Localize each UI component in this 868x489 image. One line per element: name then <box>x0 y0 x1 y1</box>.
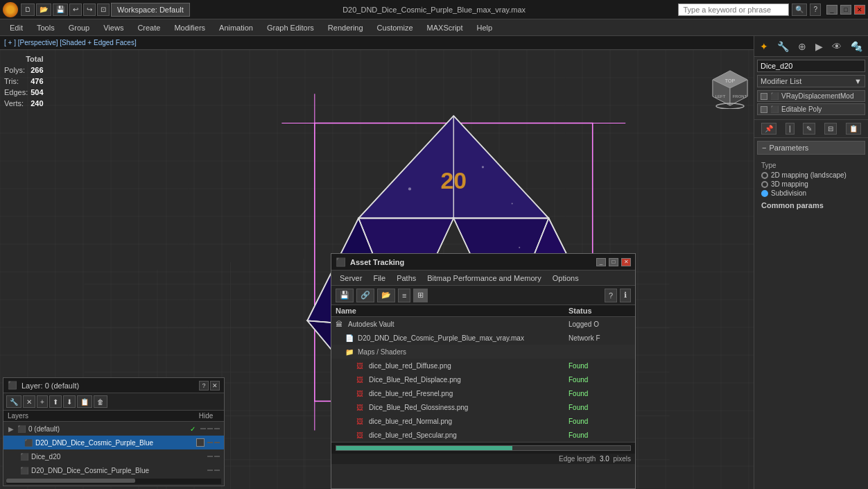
modifier-checkbox[interactable] <box>761 106 767 113</box>
menu-item-graph-editors[interactable]: Graph Editors <box>260 22 321 33</box>
object-name-input[interactable] <box>757 60 865 72</box>
nav-cube[interactable]: TOP LEFT FRONT <box>709 67 751 109</box>
new-button[interactable]: 🗋 <box>21 3 35 16</box>
radio-subdivision[interactable]: Subdivision <box>761 189 861 197</box>
list-item[interactable]: 🖼 dice_blue_red_Fresnel.png Found <box>331 386 635 400</box>
list-item[interactable]: 🏛 Autodesk Vault Logged O <box>331 317 635 331</box>
save-button[interactable]: 💾 <box>53 3 68 16</box>
layer-trash-button[interactable]: 🗑 <box>94 395 107 408</box>
pin-button[interactable]: 📌 <box>761 123 776 135</box>
progress-bar-outer <box>336 445 631 451</box>
menu-item-modifiers[interactable]: Modifiers <box>167 22 212 33</box>
viewport-3d[interactable]: TOP LEFT FRONT <box>0 50 754 489</box>
list-item[interactable]: ▶ ⬛ 0 (default) ✓ <box>3 422 224 436</box>
layer-close-button[interactable]: ✕ <box>210 381 220 391</box>
layer-down-button[interactable]: ⬇ <box>63 395 76 408</box>
search-input[interactable] <box>678 3 789 16</box>
window-controls: _ □ ✕ <box>826 5 865 15</box>
asset-list-button[interactable]: ≡ <box>398 289 410 302</box>
redo-button[interactable]: ↪ <box>83 3 96 16</box>
svg-point-38 <box>512 203 513 204</box>
mod-cursor-button[interactable]: | <box>785 123 795 135</box>
asset-close-button[interactable]: ✕ <box>621 258 631 266</box>
layer-name: Dice_d20 <box>31 453 205 461</box>
asset-grid-button[interactable]: ⊞ <box>413 289 428 302</box>
layer-columns: Layers Hide <box>3 411 224 422</box>
display-icon[interactable]: 👁 <box>832 41 842 52</box>
list-item[interactable]: ⬛ Dice_d20 <box>3 449 224 463</box>
list-item[interactable]: 📁 Maps / Shaders <box>331 345 635 359</box>
layer-type-icon: ⬛ <box>24 439 33 447</box>
asset-menu-bitmap[interactable]: Bitmap Performance and Memory <box>422 273 546 284</box>
hierarchy-icon[interactable]: ⊕ <box>798 41 806 52</box>
asset-menu-paths[interactable]: Paths <box>391 273 422 284</box>
list-item[interactable]: ⬛ D20_DND_Dice_Cosmic_Purple_Blue <box>3 463 224 477</box>
radio-2d-mapping[interactable]: 2D mapping (landscape) <box>761 171 861 179</box>
utilities-icon[interactable]: 🔩 <box>851 41 862 52</box>
list-item[interactable]: 📄 D20_DND_Dice_Cosmic_Purple_Blue_max_vr… <box>331 331 635 345</box>
scrollbar-thumb <box>6 479 135 483</box>
list-item[interactable]: 🖼 dice_blue_red_Specular.png Found <box>331 428 635 442</box>
menu-item-group[interactable]: Group <box>62 22 97 33</box>
menu-item-create[interactable]: Create <box>130 22 167 33</box>
menu-item-views[interactable]: Views <box>96 22 130 33</box>
close-button[interactable]: ✕ <box>854 5 865 15</box>
line-1 <box>207 442 213 443</box>
menu-item-animation[interactable]: Animation <box>212 22 260 33</box>
asset-save-button[interactable]: 💾 <box>336 289 354 302</box>
open-button[interactable]: 📂 <box>36 3 51 16</box>
asset-menu-file[interactable]: File <box>367 273 391 284</box>
layer-tool-1[interactable]: 🔧 <box>6 395 21 408</box>
asset-info-button[interactable]: ℹ <box>620 289 631 302</box>
maximize-button[interactable]: □ <box>840 5 851 15</box>
mod-edit-button[interactable]: ✎ <box>803 123 815 135</box>
radio-3d-mapping[interactable]: 3D mapping <box>761 180 861 188</box>
modify-icon[interactable]: 🔧 <box>777 41 789 52</box>
asset-minimize-button[interactable]: _ <box>596 258 606 266</box>
asset-help-button[interactable]: ? <box>605 289 617 302</box>
list-item[interactable]: ⬛ D20_DND_Dice_Cosmic_Purple_Blue <box>3 436 224 449</box>
layer-copy-button[interactable]: 📋 <box>77 395 92 408</box>
layer-up-button[interactable]: ⬆ <box>49 395 62 408</box>
modifier-checkbox[interactable] <box>761 93 767 100</box>
asset-name: Dice_Blue_Red_Glossiness.png <box>369 404 566 411</box>
menu-item-customize[interactable]: Customize <box>370 22 420 33</box>
viewport-header[interactable]: [ + ] [Perspective] [Shaded + Edged Face… <box>0 36 754 50</box>
modifier-item[interactable]: ⬛ VRayDisplacementMod <box>757 90 865 102</box>
layer-help-button[interactable]: ? <box>199 381 209 391</box>
menu-item-edit[interactable]: Edit <box>3 22 30 33</box>
asset-menu-server[interactable]: Server <box>334 273 367 284</box>
viewport-button[interactable]: ⊡ <box>97 3 110 16</box>
layer-add-button[interactable]: + <box>37 395 48 408</box>
modifier-list-header[interactable]: Modifier List ▼ <box>757 75 865 87</box>
title-bar: 🗋 📂 💾 ↩ ↪ ⊡ Workspace: Default D20_DND_D… <box>0 0 868 19</box>
list-item[interactable]: 🖼 dice_blue_red_Diffuse.png Found <box>331 359 635 372</box>
list-item[interactable]: 🖼 Dice_Blue_Red_Glossiness.png Found <box>331 400 635 414</box>
create-icon[interactable]: ✦ <box>760 41 768 52</box>
menu-item-maxscript[interactable]: MAXScript <box>420 22 470 33</box>
help-button[interactable]: ? <box>810 3 821 16</box>
list-item[interactable]: 🖼 dice_blue_red_Normal.png Found <box>331 414 635 428</box>
layer-delete-button[interactable]: ✕ <box>23 395 35 408</box>
search-button[interactable]: 🔍 <box>792 3 807 16</box>
line-3 <box>214 428 220 429</box>
menu-item-tools[interactable]: Tools <box>30 22 62 33</box>
menu-item-help[interactable]: Help <box>470 22 500 33</box>
minimize-button[interactable]: _ <box>826 5 837 15</box>
motion-icon[interactable]: ▶ <box>815 41 823 52</box>
modifier-item[interactable]: ⬛ Editable Poly <box>757 103 865 115</box>
workspace-dropdown[interactable]: Workspace: Default <box>111 3 190 17</box>
quick-access-toolbar: 🗋 📂 💾 ↩ ↪ ⊡ Workspace: Default <box>21 3 190 17</box>
mod-copy-button[interactable]: 📋 <box>846 123 861 135</box>
asset-panel-title-bar: ⬛ Asset Tracking _ □ ✕ <box>331 254 635 271</box>
asset-folder-button[interactable]: 📂 <box>377 289 395 302</box>
list-item[interactable]: 🖼 Dice_Blue_Red_Displace.png Found <box>331 372 635 386</box>
asset-menu-options[interactable]: Options <box>547 273 584 284</box>
layer-scrollbar[interactable] <box>6 479 221 484</box>
mod-sub-button[interactable]: ⊟ <box>824 123 837 135</box>
rollout-header[interactable]: − Parameters <box>757 141 865 155</box>
asset-link-button[interactable]: 🔗 <box>356 289 374 302</box>
undo-button[interactable]: ↩ <box>69 3 82 16</box>
asset-restore-button[interactable]: □ <box>609 258 618 266</box>
menu-item-rendering[interactable]: Rendering <box>321 22 370 33</box>
